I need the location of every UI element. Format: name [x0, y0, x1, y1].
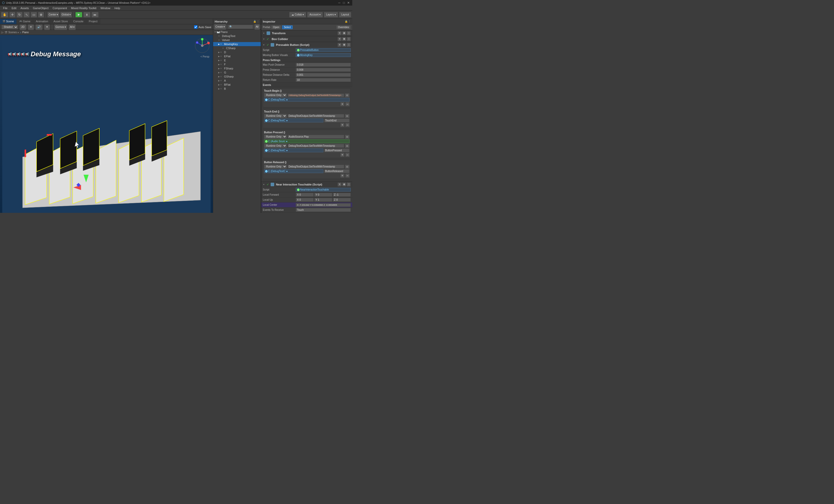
hierarchy-item-a[interactable]: ▶ ○ A [213, 79, 261, 83]
transform-btn-2[interactable]: ⚙ [342, 31, 346, 35]
near-interaction-script-value[interactable]: NearInteractionTouchable [296, 188, 351, 192]
tab-game[interactable]: 🎮 Game [17, 19, 33, 24]
tab-animation[interactable]: Animation [33, 19, 51, 24]
hierarchy-search-input[interactable] [228, 25, 253, 29]
hierarchy-item-eflat[interactable]: ▶ ○ EFlat [213, 54, 261, 58]
2d-toggle[interactable]: 2D [20, 24, 26, 30]
local-forward-x[interactable]: X 0 [296, 193, 314, 197]
release-distance-delta-value[interactable]: 0.001 [296, 73, 351, 77]
touch-begin-remove-button[interactable]: – [345, 102, 349, 106]
move-tool-button[interactable]: ✛ [9, 12, 16, 18]
local-forward-y[interactable]: Y 0 [314, 193, 332, 197]
touch-begin-value[interactable]: <Missing DebugTextOutput.SetTextWithTime… [288, 93, 344, 97]
pressable-btn-2[interactable]: ⚙ [342, 43, 346, 47]
step-button[interactable]: ⏭ [91, 12, 98, 18]
button-pressed-handler-2[interactable]: DebugTextOutput.SetTextWithTimestamp [288, 144, 344, 148]
touch-end-add-button[interactable]: + [341, 123, 344, 127]
minimize-button[interactable]: ─ [337, 1, 341, 4]
hierarchy-item-velvet[interactable]: ○ Velvet [213, 38, 261, 42]
hierarchy-item-piano[interactable]: ▼ 🎹 Piano [213, 30, 261, 34]
hierarchy-create-dropdown[interactable]: Create ▾ [214, 24, 226, 30]
button-pressed-obj-2[interactable]: C (DebugTextC ● [264, 149, 323, 152]
tab-scene[interactable]: 🎬 Scene [0, 19, 17, 24]
touch-begin-target-btn[interactable]: ⊙ [345, 93, 349, 97]
button-released-target-btn[interactable]: ⊙ [345, 165, 349, 169]
pressable-button-header[interactable]: ▼ ✓ Pressable Button (Script) ? ⚙ ⋮ [261, 42, 352, 48]
transform-tool-button[interactable]: ⊕ [38, 12, 44, 18]
layers-button[interactable]: Layers ▾ [324, 12, 338, 18]
button-pressed-runtime-select-2[interactable]: Runtime Only [264, 144, 287, 148]
tab-project[interactable]: Project [86, 19, 100, 24]
max-push-distance-value[interactable]: 0.018 [296, 63, 351, 67]
box-collider-btn-2[interactable]: ⚙ [342, 37, 346, 41]
menu-help[interactable]: Help [112, 6, 123, 10]
press-distance-value[interactable]: 0.008 [296, 68, 351, 72]
box-collider-header[interactable]: ▼ ✓ Box Collider ? ⚙ ⋮ [261, 36, 352, 42]
pivot-global-dropdown[interactable]: Global ▾ [60, 12, 72, 18]
touch-end-method[interactable]: TouchEnd [324, 118, 349, 123]
prefab-select-button[interactable]: Select [282, 25, 293, 29]
pivot-center-dropdown[interactable]: Center ▾ [47, 12, 59, 18]
menu-mixedreality[interactable]: Mixed Reality Toolkit [69, 6, 98, 10]
hierarchy-menu-button[interactable]: ⋮ [257, 20, 259, 23]
hierarchy-lock-button[interactable]: 🔒 [253, 20, 256, 23]
pressable-btn-3[interactable]: ⋮ [347, 43, 351, 47]
local-center-value[interactable]: X -7.231342 Y 0.039486€ Z -0.0004805 [296, 203, 351, 207]
return-rate-value[interactable]: 10 [296, 78, 351, 82]
near-interaction-btn-2[interactable]: ⚙ [342, 182, 346, 187]
hierarchy-item-g[interactable]: ▶ ○ G [213, 70, 261, 74]
menu-assets[interactable]: Assets [19, 6, 31, 10]
button-released-runtime-select[interactable]: Runtime Only [264, 165, 287, 169]
hierarchy-item-d[interactable]: ▶ ○ D [213, 50, 261, 54]
account-button[interactable]: Account ▾ [307, 12, 323, 18]
moving-button-visuals-value[interactable]: MovingKey [296, 53, 351, 57]
button-released-add-button[interactable]: + [341, 174, 344, 178]
hierarchy-item-gsharp[interactable]: ▶ ○ GSharp [213, 74, 261, 79]
button-pressed-target-btn-1[interactable]: ⊙ [345, 135, 349, 139]
pressable-btn-1[interactable]: ? [337, 43, 342, 47]
button-released-remove-button[interactable]: – [345, 174, 349, 178]
near-interaction-btn-1[interactable]: ? [337, 182, 342, 187]
tab-console[interactable]: Console [71, 19, 86, 24]
touch-begin-obj[interactable]: C (DebugTextC ● [264, 98, 349, 102]
overrides-button[interactable]: Overrides [336, 25, 351, 29]
box-collider-btn-1[interactable]: ? [337, 37, 342, 41]
all-dropdown[interactable]: All ▾ [69, 24, 76, 30]
hierarchy-all-dropdown[interactable]: All [255, 24, 260, 30]
titlebar-controls[interactable]: ─ □ ✕ [337, 1, 350, 4]
touch-end-handler[interactable]: DebugTextOutput.SetTextWithTimestamp [288, 114, 344, 118]
touch-begin-add-button[interactable]: + [341, 102, 344, 106]
rect-tool-button[interactable]: ▭ [31, 12, 37, 18]
hierarchy-item-bflat[interactable]: ▶ ○ BFlat [213, 83, 261, 87]
menu-file[interactable]: File [1, 6, 9, 10]
local-up-y[interactable]: Y 1 [314, 198, 332, 202]
button-pressed-runtime-select-1[interactable]: Runtime Only [264, 135, 287, 139]
menu-component[interactable]: Component [50, 6, 69, 10]
close-button[interactable]: ✕ [347, 1, 350, 4]
collab-button[interactable]: ☁ Collab ▾ [289, 12, 306, 18]
transform-btn-1[interactable]: ? [337, 31, 342, 35]
events-to-receive-value[interactable]: Touch [296, 208, 351, 212]
local-up-x[interactable]: X 0 [296, 198, 314, 202]
inspector-lock-button[interactable]: 🔒 [345, 20, 348, 23]
button-released-method[interactable]: ButtonReleased [324, 169, 349, 173]
button-pressed-add-button[interactable]: + [341, 153, 344, 157]
touch-begin-runtime-select[interactable]: Runtime Only [264, 93, 287, 97]
hierarchy-item-e[interactable]: ▶ ○ E [213, 58, 261, 62]
effects-toggle[interactable]: ✦ [44, 24, 50, 30]
button-pressed-target-btn-2[interactable]: ⊙ [345, 144, 349, 148]
audio-toggle[interactable]: 🔊 [36, 24, 43, 30]
menu-window[interactable]: Window [98, 6, 112, 10]
maximize-button[interactable]: □ [342, 1, 346, 4]
inspector-menu-button[interactable]: ⋮ [348, 20, 351, 23]
hierarchy-item-csharp[interactable]: ○ CSharp [213, 46, 261, 50]
lighting-toggle[interactable]: ☀ [28, 24, 34, 30]
box-collider-btn-3[interactable]: ⋮ [347, 37, 351, 41]
button-pressed-method-2[interactable]: ButtonPressed [324, 149, 349, 152]
shading-mode-select[interactable]: Shaded [1, 25, 18, 29]
prefab-open-button[interactable]: Open [271, 25, 281, 29]
touch-end-obj[interactable]: C (DebugTextC ● [264, 118, 323, 123]
play-button[interactable]: ▶ [75, 12, 82, 18]
hierarchy-item-f[interactable]: ▶ ○ F [213, 62, 261, 66]
pause-button[interactable]: ⏸ [83, 12, 90, 18]
